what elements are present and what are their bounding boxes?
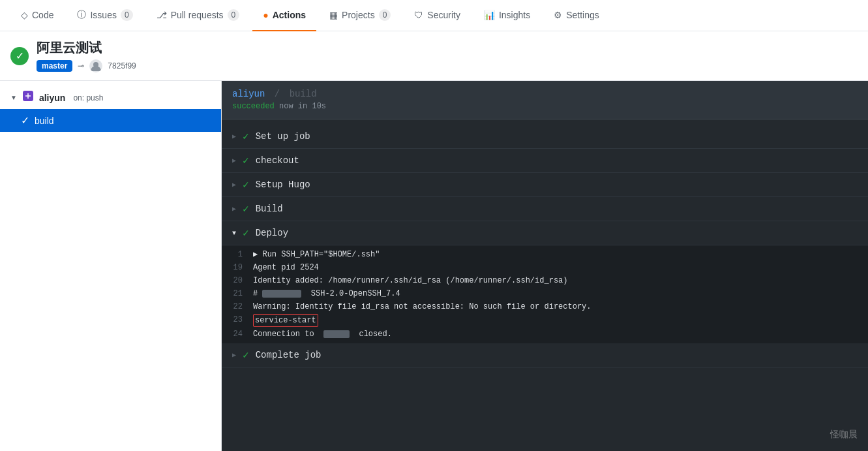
line-number: 23 xyxy=(222,314,253,326)
line-number: 20 xyxy=(222,275,253,287)
line-number: 21 xyxy=(222,288,253,300)
step-label: Complete job xyxy=(256,350,322,360)
step-setup-hugo[interactable]: ▶ ✓ Setup Hugo xyxy=(222,173,868,197)
tab-insights-label: Insights xyxy=(499,10,530,20)
log-header: aliyun / build succeeded now in 10s xyxy=(222,81,868,119)
line-number: 1 xyxy=(222,249,253,260)
avatar xyxy=(89,59,102,72)
branch-badge: master xyxy=(37,60,72,72)
pull-requests-icon: ⎇ xyxy=(157,10,167,20)
step-build[interactable]: ▶ ✓ Build xyxy=(222,197,868,221)
tab-projects[interactable]: ▦ Projects 0 xyxy=(319,0,401,31)
log-steps: ▶ ✓ Set up job ▶ ✓ checkout ▶ ✓ Setup Hu… xyxy=(222,119,868,373)
sidebar: ▼ aliyun on: push ✓ build xyxy=(0,81,222,451)
step-check-icon: ✓ xyxy=(243,202,249,215)
settings-icon: ⚙ xyxy=(554,10,562,20)
workflow-icon xyxy=(22,90,34,105)
line-content: Warning: Identity file id_rsa not access… xyxy=(253,301,868,313)
workflow-trigger: on: push xyxy=(73,93,103,102)
breadcrumb-separator: / xyxy=(275,89,280,99)
line-number: 24 xyxy=(222,328,253,340)
line-content: service-start xyxy=(253,314,868,327)
status-icon: ✓ xyxy=(10,47,29,65)
issues-icon: ⓘ xyxy=(77,9,86,21)
tab-insights[interactable]: 📊 Insights xyxy=(473,0,541,31)
blurred-content xyxy=(262,290,301,298)
step-expand-icon: ▶ xyxy=(232,132,236,140)
line-content: Identity added: /home/runner/.ssh/id_rsa… xyxy=(253,275,868,287)
log-line: 24 Connection to closed. xyxy=(222,328,868,341)
tab-issues[interactable]: ⓘ Issues 0 xyxy=(67,0,143,31)
step-expand-icon: ▶ xyxy=(232,205,236,213)
workflow-header[interactable]: ▼ aliyun on: push xyxy=(0,86,221,109)
top-nav: ◇ Code ⓘ Issues 0 ⎇ Pull requests 0 ● Ac… xyxy=(0,0,868,31)
step-setup-job[interactable]: ▶ ✓ Set up job xyxy=(222,125,868,149)
highlight-box: service-start xyxy=(253,314,318,327)
job-name: build xyxy=(35,116,54,126)
log-line: 22 Warning: Identity file id_rsa not acc… xyxy=(222,300,868,313)
log-line-highlighted: 23 service-start xyxy=(222,313,868,328)
step-expand-icon: ▶ xyxy=(232,351,236,359)
actions-icon: ● xyxy=(263,10,268,20)
step-label: Build xyxy=(256,204,283,214)
tab-settings[interactable]: ⚙ Settings xyxy=(543,0,610,31)
security-icon: 🛡 xyxy=(414,10,423,20)
line-content: ▶ Run SSH_PATH="$HOME/.ssh" xyxy=(253,249,868,260)
projects-count: 0 xyxy=(379,9,391,21)
step-label: checkout xyxy=(256,155,299,166)
tab-code-label: Code xyxy=(32,10,53,20)
log-panel: aliyun / build succeeded now in 10s ▶ ✓ … xyxy=(222,81,868,451)
step-deploy[interactable]: ▼ ✓ Deploy xyxy=(222,221,868,245)
tab-issues-label: Issues xyxy=(90,10,116,20)
tab-actions[interactable]: ● Actions xyxy=(252,0,316,31)
log-line: 19 Agent pid 2524 xyxy=(222,261,868,274)
tab-security[interactable]: 🛡 Security xyxy=(404,0,471,31)
step-check-icon: ✓ xyxy=(243,178,249,191)
link-icon: ⊸ xyxy=(78,61,84,70)
repo-meta: master ⊸ 7825f99 xyxy=(37,59,136,72)
line-number: 19 xyxy=(222,262,253,273)
step-label: Set up job xyxy=(256,131,310,142)
step-complete-job[interactable]: ▶ ✓ Complete job xyxy=(222,343,868,367)
log-line: 1 ▶ Run SSH_PATH="$HOME/.ssh" xyxy=(222,248,868,261)
main-layout: ▼ aliyun on: push ✓ build aliyun / xyxy=(0,81,868,451)
projects-icon: ▦ xyxy=(329,10,338,20)
step-check-icon: ✓ xyxy=(243,154,249,167)
tab-security-label: Security xyxy=(427,10,460,20)
job-item-build[interactable]: ✓ build xyxy=(0,109,221,132)
log-status: succeeded now in 10s xyxy=(232,102,858,111)
log-line: 21 # SSH-2.0-OpenSSH_7.4 xyxy=(222,287,868,300)
issues-count: 0 xyxy=(121,9,133,21)
line-content: # SSH-2.0-OpenSSH_7.4 xyxy=(253,288,868,300)
step-label: Setup Hugo xyxy=(256,179,310,190)
tab-code[interactable]: ◇ Code xyxy=(10,0,64,31)
log-lines: 1 ▶ Run SSH_PATH="$HOME/.ssh" 19 Agent p… xyxy=(222,245,868,343)
commit-hash: 7825f99 xyxy=(108,61,136,70)
repo-header: ✓ 阿里云测试 master ⊸ 7825f99 xyxy=(0,31,868,81)
insights-icon: 📊 xyxy=(484,10,495,20)
collapse-triangle-icon: ▼ xyxy=(10,94,17,101)
log-line: 20 Identity added: /home/runner/.ssh/id_… xyxy=(222,274,868,287)
workflow-name: aliyun xyxy=(39,93,65,103)
line-content: Connection to closed. xyxy=(253,328,868,340)
step-check-icon: ✓ xyxy=(243,226,249,240)
line-number: 22 xyxy=(222,301,253,313)
step-check-icon: ✓ xyxy=(243,130,249,143)
pullrequests-count: 0 xyxy=(228,9,240,21)
step-check-icon: ✓ xyxy=(243,349,249,362)
status-time: now in 10s xyxy=(279,102,326,111)
tab-pullrequests-label: Pull requests xyxy=(171,10,224,20)
step-deploy-section: ▼ ✓ Deploy 1 ▶ Run SSH_PATH="$HOME/.ssh"… xyxy=(222,221,868,343)
tab-actions-label: Actions xyxy=(273,10,306,20)
tab-pull-requests[interactable]: ⎇ Pull requests 0 xyxy=(146,0,250,31)
tab-settings-label: Settings xyxy=(566,10,599,20)
job-success-icon: ✓ xyxy=(21,114,29,127)
breadcrumb: aliyun / build xyxy=(232,89,858,99)
breadcrumb-workflow: aliyun xyxy=(232,89,265,99)
step-checkout[interactable]: ▶ ✓ checkout xyxy=(222,149,868,173)
workflow-group: ▼ aliyun on: push ✓ build xyxy=(0,81,221,137)
step-label: Deploy xyxy=(256,228,288,238)
line-content: Agent pid 2524 xyxy=(253,262,868,273)
breadcrumb-job: build xyxy=(290,89,317,99)
tab-projects-label: Projects xyxy=(342,10,375,20)
